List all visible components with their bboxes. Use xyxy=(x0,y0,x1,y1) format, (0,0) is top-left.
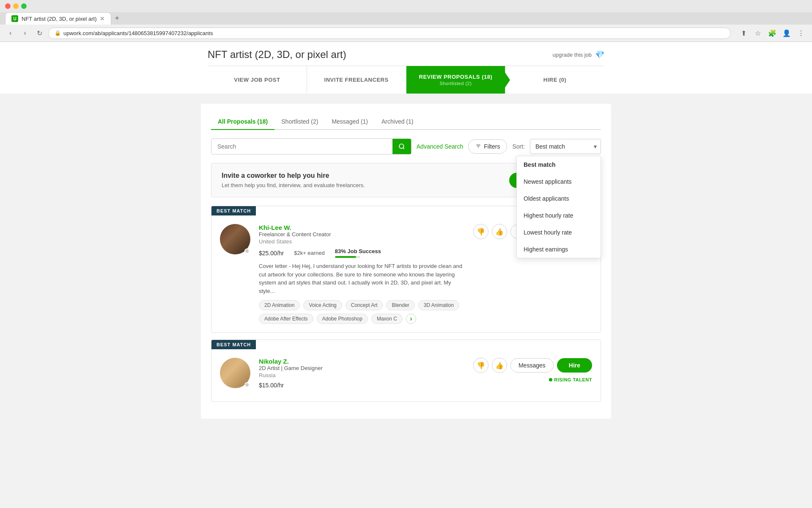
extensions-button[interactable]: 🧩 xyxy=(766,27,778,39)
online-indicator xyxy=(244,382,250,387)
browser-chrome: U NFT artist (2D, 3D, or pixel art) ✕ + … xyxy=(0,0,812,42)
sort-select[interactable]: Best match Newest applicants Oldest appl… xyxy=(530,139,601,154)
coworker-title: Invite a coworker to help you hire xyxy=(222,172,365,179)
forward-button[interactable]: › xyxy=(19,28,30,39)
sort-label: Sort: xyxy=(512,143,525,150)
hourly-rate: $15.00/hr xyxy=(259,382,284,389)
skill-tag[interactable]: Adobe Photoshop xyxy=(317,314,368,324)
minimize-window-button[interactable] xyxy=(13,3,19,9)
sort-option-lowest-hourly[interactable]: Lowest hourly rate xyxy=(517,224,601,241)
tab-close-icon[interactable]: ✕ xyxy=(100,15,105,22)
thumbs-up-button[interactable]: 👍 xyxy=(492,224,507,239)
freelancer-name[interactable]: Khi-Lee W. xyxy=(259,224,465,231)
skills-row: 2D Animation Voice Acting Concept Art Bl… xyxy=(259,300,465,324)
skill-tag[interactable]: Adobe After Effects xyxy=(259,314,313,324)
freelancer-title: 2D Artist | Game Designer xyxy=(259,365,465,371)
browser-tab[interactable]: U NFT artist (2D, 3D, or pixel art) ✕ xyxy=(5,12,111,25)
tab-all-proposals[interactable]: All Proposals (18) xyxy=(211,114,274,130)
close-window-button[interactable] xyxy=(5,3,11,9)
search-input[interactable] xyxy=(211,139,392,154)
upgrade-row: upgrade this job 💎 xyxy=(552,50,604,59)
browser-titlebar xyxy=(0,0,812,12)
tab-view-job-post[interactable]: VIEW JOB POST xyxy=(208,66,307,94)
skill-tag[interactable]: 2D Animation xyxy=(259,300,300,310)
best-match-badge: BEST MATCH xyxy=(211,340,256,349)
sort-option-oldest[interactable]: Oldest applicants xyxy=(517,190,601,207)
coworker-description: Let them help you find, interview, and e… xyxy=(222,182,365,188)
tab-title: NFT artist (2D, 3D, or pixel art) xyxy=(22,16,96,22)
rising-talent-badge: RISING TALENT xyxy=(549,377,592,382)
job-success-bar xyxy=(335,256,360,258)
tab-archived[interactable]: Archived (1) xyxy=(375,114,420,130)
address-bar: ‹ › ↻ 🔒 upwork.com/ab/applicants/1480653… xyxy=(0,25,812,41)
svg-line-1 xyxy=(403,148,404,149)
freelancer-stats: $25.00/hr $2k+ earned 83% Job Success xyxy=(259,248,465,258)
profile-button[interactable]: 👤 xyxy=(781,27,793,39)
skill-tag[interactable]: Blender xyxy=(386,300,414,310)
sort-select-wrap: Best match Newest applicants Oldest appl… xyxy=(530,139,601,154)
avatar-wrap xyxy=(220,358,250,388)
proposal-tabs: All Proposals (18) Shortlisted (2) Messa… xyxy=(211,114,601,130)
sort-option-newest[interactable]: Newest applicants xyxy=(517,173,601,190)
menu-button[interactable]: ⋮ xyxy=(795,27,807,39)
tab-shortlisted[interactable]: Shortlisted (2) xyxy=(274,114,325,130)
proposal-info: Khi-Lee W. Freelancer & Content Creator … xyxy=(259,224,465,324)
advanced-search-link[interactable]: Advanced Search xyxy=(417,143,464,150)
more-skills-button[interactable]: › xyxy=(406,314,416,324)
skill-tag[interactable]: Maxon C xyxy=(371,314,403,324)
search-input-wrap xyxy=(211,138,411,155)
job-success: 83% Job Success xyxy=(335,248,381,258)
freelancer-location: Russia xyxy=(259,372,465,378)
workflow-tabs: VIEW JOB POST INVITE FREELANCERS REVIEW … xyxy=(208,66,604,94)
new-tab-button[interactable]: + xyxy=(115,14,119,23)
search-row: Advanced Search Filters Sort: Best match… xyxy=(211,138,601,155)
tab-review-proposals[interactable]: REVIEW PROPOSALS (18) Shortlisted (2) xyxy=(406,66,506,94)
proposal-info: Nikolay Z. 2D Artist | Game Designer Rus… xyxy=(259,358,465,393)
thumbs-down-button[interactable]: 👎 xyxy=(473,358,488,373)
sort-option-highest-earnings[interactable]: Highest earnings xyxy=(517,241,601,258)
avatar-wrap xyxy=(220,224,250,254)
url-text: upwork.com/ab/applicants/148065381599740… xyxy=(63,30,213,36)
thumbs-up-button[interactable]: 👍 xyxy=(492,358,507,373)
hourly-rate: $25.00/hr xyxy=(259,250,284,257)
sort-dropdown[interactable]: Best match Newest applicants Oldest appl… xyxy=(516,156,601,258)
filters-button[interactable]: Filters xyxy=(468,139,507,154)
rising-talent-dot-icon xyxy=(549,378,552,381)
messages-button[interactable]: Messages xyxy=(510,358,554,373)
freelancer-title: Freelancer & Content Creator xyxy=(259,231,465,237)
sort-option-best-match[interactable]: Best match xyxy=(517,156,601,173)
tab-invite-freelancers[interactable]: INVITE FREELANCERS xyxy=(307,66,406,94)
tab-bar: U NFT artist (2D, 3D, or pixel art) ✕ + xyxy=(0,12,812,25)
job-success-label: 83% Job Success xyxy=(335,248,381,254)
svg-point-0 xyxy=(399,144,404,149)
skill-tag[interactable]: Voice Acting xyxy=(303,300,342,310)
tab-messaged[interactable]: Messaged (1) xyxy=(325,114,375,130)
hire-button[interactable]: Hire xyxy=(557,358,592,373)
thumbs-down-button[interactable]: 👎 xyxy=(473,224,488,239)
page-header: NFT artist (2D, 3D, or pixel art) upgrad… xyxy=(0,42,812,94)
cover-letter: Cover letter - Hej Hej, I understand you… xyxy=(259,262,465,295)
skill-tag[interactable]: 3D Animation xyxy=(418,300,459,310)
freelancer-location: United States xyxy=(259,238,465,245)
online-indicator xyxy=(244,248,250,254)
proposal-card: BEST MATCH Nikolay Z. 2D Artist | Game D… xyxy=(211,340,601,402)
reload-button[interactable]: ↻ xyxy=(34,28,45,39)
back-button[interactable]: ‹ xyxy=(5,28,16,39)
tab-hire[interactable]: HIRE (0) xyxy=(505,66,604,94)
proposal-actions: 👎 👍 Messages Hire RISING TALENT xyxy=(473,358,592,382)
fullscreen-window-button[interactable] xyxy=(21,3,27,9)
address-input-field[interactable]: 🔒 upwork.com/ab/applicants/1480653815997… xyxy=(48,28,731,39)
skill-tag[interactable]: Concept Art xyxy=(346,300,383,310)
search-button[interactable] xyxy=(392,139,411,154)
page-content: NFT artist (2D, 3D, or pixel art) upgrad… xyxy=(0,42,812,508)
upgrade-label[interactable]: upgrade this job xyxy=(552,52,592,58)
secure-icon: 🔒 xyxy=(55,30,61,36)
best-match-badge: BEST MATCH xyxy=(211,206,256,215)
coworker-text: Invite a coworker to help you hire Let t… xyxy=(222,172,365,188)
freelancer-name[interactable]: Nikolay Z. xyxy=(259,358,465,365)
freelancer-stats: $15.00/hr xyxy=(259,382,465,389)
share-button[interactable]: ⬆ xyxy=(738,27,749,39)
browser-actions: ⬆ ☆ 🧩 👤 ⋮ xyxy=(738,27,807,39)
sort-option-highest-hourly[interactable]: Highest hourly rate xyxy=(517,207,601,224)
bookmark-button[interactable]: ☆ xyxy=(752,27,764,39)
